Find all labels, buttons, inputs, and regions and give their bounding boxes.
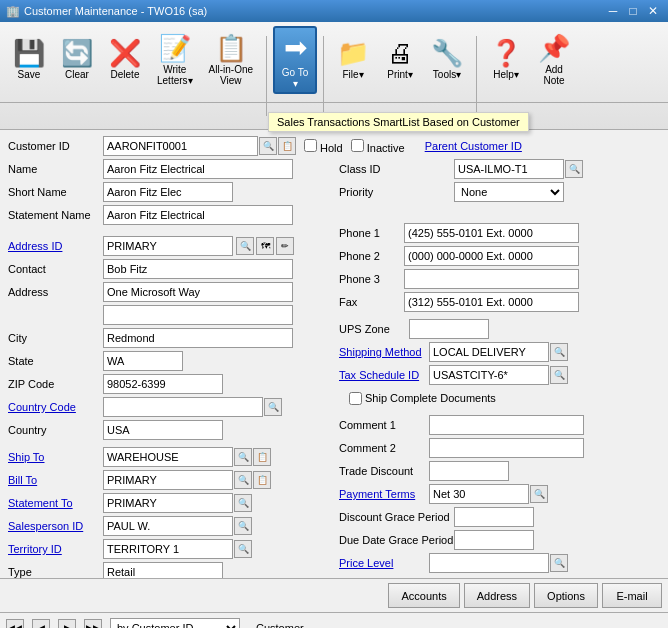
hold-checkbox-group: Hold xyxy=(304,139,351,154)
country-code-search-icon[interactable]: 🔍 xyxy=(264,398,282,416)
address-line1-input[interactable] xyxy=(103,282,293,302)
comment1-input[interactable] xyxy=(429,415,584,435)
country-label: Country xyxy=(8,424,103,436)
discount-grace-period-row: Discount Grace Period xyxy=(339,507,660,527)
salesperson-id-link[interactable]: Salesperson ID xyxy=(8,520,103,532)
price-level-search-icon[interactable]: 🔍 xyxy=(550,554,568,572)
address-map-icon[interactable]: 🗺 xyxy=(256,237,274,255)
territory-id-input[interactable] xyxy=(103,539,233,559)
file-button[interactable]: 📁 File▾ xyxy=(330,26,376,94)
discount-grace-period-input[interactable] xyxy=(454,507,534,527)
inactive-checkbox[interactable] xyxy=(351,139,364,152)
shipping-method-link[interactable]: Shipping Method xyxy=(339,346,429,358)
ship-to-input[interactable] xyxy=(103,447,233,467)
address-button[interactable]: Address xyxy=(464,583,530,608)
ship-complete-checkbox[interactable] xyxy=(349,392,362,405)
goto-button[interactable]: ➡ Go To▾ xyxy=(273,26,317,94)
shipping-method-search-icon[interactable]: 🔍 xyxy=(550,343,568,361)
customer-search-icon[interactable]: 🔍 xyxy=(259,137,277,155)
lookup-select[interactable]: by Customer ID xyxy=(110,618,240,629)
address-id-link[interactable]: Address ID xyxy=(8,240,103,252)
name-input[interactable] xyxy=(103,159,293,179)
options-button[interactable]: Options xyxy=(534,583,598,608)
fax-row: Fax xyxy=(339,292,660,312)
statement-to-link[interactable]: Statement To xyxy=(8,497,103,509)
tools-icon: 🔧 xyxy=(431,40,463,66)
address-search-icon[interactable]: 🔍 xyxy=(236,237,254,255)
type-input[interactable] xyxy=(103,562,223,578)
print-button[interactable]: 🖨 Print▾ xyxy=(378,26,422,94)
save-button[interactable]: 💾 Save xyxy=(6,26,52,94)
nav-last-button[interactable]: ▶▶ xyxy=(84,619,102,629)
salesperson-id-input[interactable] xyxy=(103,516,233,536)
due-date-grace-period-input[interactable] xyxy=(454,530,534,550)
class-id-input[interactable] xyxy=(454,159,564,179)
nav-first-button[interactable]: ◀◀ xyxy=(6,619,24,629)
shipping-method-input[interactable] xyxy=(429,342,549,362)
salesperson-id-search-icon[interactable]: 🔍 xyxy=(234,517,252,535)
price-level-link[interactable]: Price Level xyxy=(339,557,429,569)
help-button[interactable]: ❓ Help▾ xyxy=(483,26,529,94)
hold-checkbox[interactable] xyxy=(304,139,317,152)
comment2-input[interactable] xyxy=(429,438,584,458)
parent-customer-id-link[interactable]: Parent Customer ID xyxy=(425,140,522,152)
customer-expand-icon[interactable]: 📋 xyxy=(278,137,296,155)
territory-id-link[interactable]: Territory ID xyxy=(8,543,103,555)
phone3-input[interactable] xyxy=(404,269,579,289)
tax-schedule-id-link[interactable]: Tax Schedule ID xyxy=(339,369,429,381)
ship-to-search-icon[interactable]: 🔍 xyxy=(234,448,252,466)
phone2-input[interactable] xyxy=(404,246,579,266)
maximize-button[interactable]: □ xyxy=(624,3,642,19)
country-code-link[interactable]: Country Code xyxy=(8,401,103,413)
bill-to-search-icon[interactable]: 🔍 xyxy=(234,471,252,489)
fax-input[interactable] xyxy=(404,292,579,312)
trade-discount-input[interactable] xyxy=(429,461,509,481)
payment-terms-search-icon[interactable]: 🔍 xyxy=(530,485,548,503)
ship-complete-label: Ship Complete Documents xyxy=(365,392,496,404)
statement-to-input[interactable] xyxy=(103,493,233,513)
price-level-input[interactable] xyxy=(429,553,549,573)
address-line2-input[interactable] xyxy=(103,305,293,325)
ship-to-expand-icon[interactable]: 📋 xyxy=(253,448,271,466)
city-input[interactable] xyxy=(103,328,293,348)
tax-schedule-id-search-icon[interactable]: 🔍 xyxy=(550,366,568,384)
bill-to-expand-icon[interactable]: 📋 xyxy=(253,471,271,489)
delete-button[interactable]: ❌ Delete xyxy=(102,26,148,94)
nav-prev-button[interactable]: ◀ xyxy=(32,619,50,629)
name-row: Name xyxy=(8,159,329,179)
add-note-button[interactable]: 📌 AddNote xyxy=(531,26,577,94)
short-name-input[interactable] xyxy=(103,182,233,202)
bill-to-input[interactable] xyxy=(103,470,233,490)
country-input[interactable] xyxy=(103,420,223,440)
clear-button[interactable]: 🔄 Clear xyxy=(54,26,100,94)
address-edit-icon[interactable]: ✏ xyxy=(276,237,294,255)
tools-button[interactable]: 🔧 Tools▾ xyxy=(424,26,470,94)
statement-name-input[interactable] xyxy=(103,205,293,225)
nav-next-button[interactable]: ▶ xyxy=(58,619,76,629)
clear-label: Clear xyxy=(65,69,89,80)
country-code-input[interactable] xyxy=(103,397,263,417)
bill-to-link[interactable]: Bill To xyxy=(8,474,103,486)
tax-schedule-id-input[interactable] xyxy=(429,365,549,385)
all-in-one-button[interactable]: 📋 All-in-OneView xyxy=(202,26,260,94)
phone1-input[interactable] xyxy=(404,223,579,243)
ups-zone-input[interactable] xyxy=(409,319,489,339)
statement-to-search-icon[interactable]: 🔍 xyxy=(234,494,252,512)
customer-id-input[interactable] xyxy=(103,136,258,156)
payment-terms-input[interactable] xyxy=(429,484,529,504)
ship-to-link[interactable]: Ship To xyxy=(8,451,103,463)
email-button[interactable]: E-mail xyxy=(602,583,662,608)
write-letters-button[interactable]: 📝 WriteLetters▾ xyxy=(150,26,200,94)
state-label: State xyxy=(8,355,103,367)
close-button[interactable]: ✕ xyxy=(644,3,662,19)
accounts-button[interactable]: Accounts xyxy=(388,583,459,608)
minimize-button[interactable]: ─ xyxy=(604,3,622,19)
state-input[interactable] xyxy=(103,351,183,371)
contact-input[interactable] xyxy=(103,259,293,279)
territory-id-search-icon[interactable]: 🔍 xyxy=(234,540,252,558)
address-id-input[interactable] xyxy=(103,236,233,256)
priority-select[interactable]: NoneHighMediumLow xyxy=(454,182,564,202)
class-id-search-icon[interactable]: 🔍 xyxy=(565,160,583,178)
zip-input[interactable] xyxy=(103,374,223,394)
payment-terms-link[interactable]: Payment Terms xyxy=(339,488,429,500)
